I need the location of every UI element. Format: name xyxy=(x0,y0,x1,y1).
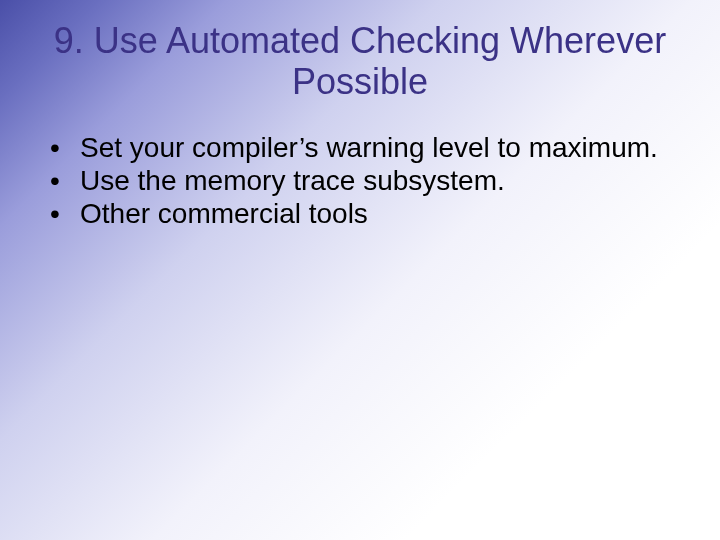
list-item: Set your compiler’s warning level to max… xyxy=(46,131,680,164)
bullet-list: Set your compiler’s warning level to max… xyxy=(40,131,680,230)
list-item: Use the memory trace subsystem. xyxy=(46,164,680,197)
list-item: Other commercial tools xyxy=(46,197,680,230)
slide-title: 9. Use Automated Checking Wherever Possi… xyxy=(40,20,680,103)
slide: 9. Use Automated Checking Wherever Possi… xyxy=(0,0,720,540)
